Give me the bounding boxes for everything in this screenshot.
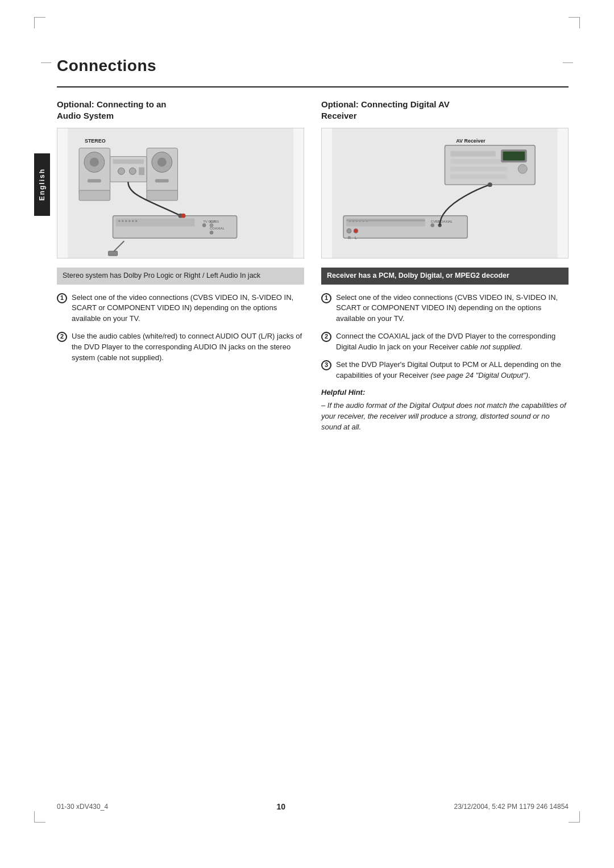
right-step-text-1: Select one of the video connections (CVB… — [336, 293, 569, 325]
page-title: Connections — [57, 57, 569, 75]
svg-text:STEREO: STEREO — [85, 138, 106, 144]
left-instruction-list: 1 Select one of the video connections (C… — [57, 293, 304, 364]
right-instruction-list: 1 Select one of the video connections (C… — [321, 293, 569, 381]
right-instruction-1: 1 Select one of the video connections (C… — [321, 293, 569, 325]
left-instruction-2: 2 Use the audio cables (white/red) to co… — [57, 331, 304, 364]
svg-point-9 — [157, 158, 167, 167]
left-column: Optional: Connecting to an Audio System … — [57, 99, 304, 433]
step-number-1: 1 — [57, 293, 67, 303]
svg-rect-18 — [116, 219, 195, 227]
svg-text:L: L — [355, 236, 357, 240]
left-instruction-1: 1 Select one of the video connections (C… — [57, 293, 304, 325]
right-step-number-1: 1 — [321, 293, 331, 303]
language-tab-label: English — [38, 168, 46, 201]
footer-left: 01-30 xDV430_4 — [57, 803, 108, 811]
side-line-left — [41, 62, 51, 63]
right-section-heading: Optional: Connecting Digital AV Receiver — [321, 99, 569, 121]
hint-text: – If the audio format of the Digital Out… — [321, 400, 569, 433]
corner-mark-br — [569, 811, 580, 823]
svg-point-53 — [431, 224, 434, 227]
svg-text:COAXIAL: COAXIAL — [210, 227, 225, 230]
step-text-2: Use the audio cables (white/red) to conn… — [72, 331, 304, 364]
page-container: English Connections Optional: Connecting… — [0, 0, 614, 868]
svg-rect-21 — [125, 220, 127, 222]
svg-rect-39 — [450, 166, 507, 171]
svg-rect-6 — [79, 190, 110, 201]
right-instruction-2: 2 Connect the COAXIAL jack of the DVD Pl… — [321, 331, 569, 353]
svg-point-58 — [347, 228, 351, 233]
svg-rect-13 — [113, 160, 144, 164]
footer-page-number: 10 — [276, 802, 285, 811]
language-tab: English — [34, 153, 50, 216]
svg-point-15 — [129, 168, 136, 174]
svg-rect-23 — [132, 220, 134, 222]
stereo-diagram-svg: STEREO — [57, 128, 304, 258]
title-divider — [57, 86, 569, 87]
svg-point-59 — [354, 228, 358, 233]
svg-rect-24 — [135, 220, 137, 222]
svg-rect-42 — [503, 152, 525, 161]
left-section-heading: Optional: Connecting to an Audio System — [57, 99, 304, 121]
av-diagram-box: AV Receiver — [321, 128, 569, 258]
svg-rect-20 — [122, 220, 123, 222]
footer-right: 23/12/2004, 5:42 PM 1179 246 14854 — [454, 803, 569, 811]
svg-rect-33 — [109, 251, 118, 256]
side-line-right — [563, 62, 573, 63]
svg-point-14 — [118, 168, 125, 174]
svg-point-32 — [181, 214, 185, 218]
right-caption-box: Receiver has a PCM, Dolby Digital, or MP… — [321, 268, 569, 285]
svg-rect-40 — [450, 174, 507, 179]
av-diagram-svg: AV Receiver — [322, 128, 568, 258]
svg-rect-11 — [147, 190, 178, 201]
corner-mark-bl — [34, 811, 45, 823]
corner-mark-tr — [569, 17, 580, 28]
svg-text:CVBS: CVBS — [210, 220, 219, 223]
hint-title: Helpful Hint: — [321, 387, 569, 398]
right-column: Optional: Connecting Digital AV Receiver… — [321, 99, 569, 433]
svg-point-43 — [518, 164, 527, 173]
svg-rect-22 — [128, 220, 130, 222]
left-caption-box: Stereo system has Dolby Pro Logic or Rig… — [57, 268, 304, 285]
svg-rect-38 — [450, 160, 507, 164]
svg-rect-19 — [118, 220, 120, 222]
svg-rect-5 — [88, 179, 101, 182]
svg-point-30 — [210, 231, 213, 234]
step-text-1: Select one of the video connections (CVB… — [72, 293, 304, 325]
svg-rect-16 — [139, 167, 144, 175]
svg-rect-37 — [450, 151, 495, 157]
svg-point-4 — [90, 158, 99, 167]
step-number-2: 2 — [57, 332, 67, 342]
main-content: Optional: Connecting to an Audio System … — [57, 99, 569, 433]
svg-text:AV Receiver: AV Receiver — [456, 138, 486, 144]
corner-mark-tl — [34, 17, 45, 28]
footer: 01-30 xDV430_4 10 23/12/2004, 5:42 PM 11… — [57, 802, 569, 811]
svg-rect-10 — [155, 179, 169, 182]
svg-point-57 — [488, 182, 492, 187]
svg-rect-56 — [346, 220, 425, 222]
right-instruction-3: 3 Set the DVD Player's Digital Output to… — [321, 360, 569, 381]
stereo-diagram-box: STEREO — [57, 128, 304, 258]
right-step-number-3: 3 — [321, 360, 331, 370]
right-step-number-2: 2 — [321, 332, 331, 342]
helpful-hint: Helpful Hint: – If the audio format of t… — [321, 387, 569, 432]
svg-text:R: R — [348, 236, 351, 240]
svg-point-26 — [202, 224, 206, 227]
right-step-text-2: Connect the COAXIAL jack of the DVD Play… — [336, 331, 569, 353]
right-step-text-3: Set the DVD Player's Digital Output to P… — [336, 360, 569, 381]
